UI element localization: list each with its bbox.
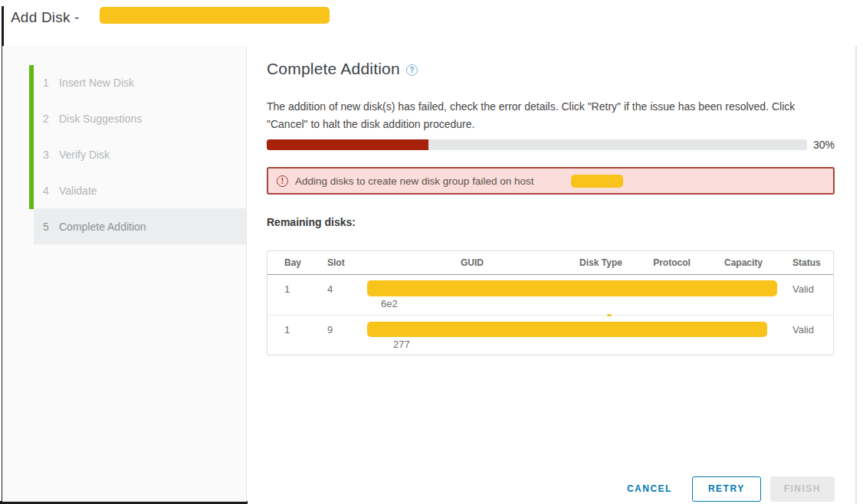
page-title: Complete Addition (267, 60, 400, 78)
step-number: 4 (43, 185, 59, 197)
col-header-disk-type: Disk Type (566, 257, 636, 268)
cell-bay: 1 (267, 275, 310, 315)
guid-tail: 6e2 (381, 298, 398, 309)
step-label: Insert New Disk (59, 77, 134, 89)
progress-row: 30% (267, 139, 835, 151)
cancel-button[interactable]: CANCEL (616, 476, 683, 502)
col-header-bay: Bay (267, 257, 310, 268)
remaining-disks-label: Remaining disks: (267, 216, 835, 228)
guid-redaction-bar (367, 322, 767, 337)
cell-status: Valid (779, 316, 835, 355)
step-number: 1 (43, 77, 59, 89)
step-validate[interactable]: 4 Validate (2, 172, 246, 208)
step-disk-suggestions[interactable]: 2 Disk Suggestions (2, 100, 246, 136)
redaction-artifact-dot (607, 314, 612, 316)
col-header-protocol: Protocol (636, 257, 707, 268)
remaining-disks-table: Bay Slot GUID Disk Type Protocol Capacit… (267, 250, 834, 355)
dialog-title-bar: Add Disk - (11, 6, 80, 29)
table-row: 1 9 Valid 277 (267, 315, 833, 355)
help-icon[interactable]: ? (406, 64, 418, 76)
add-disk-dialog: Add Disk - 1 Insert New Disk 2 Disk Sugg… (0, 0, 863, 504)
step-number: 2 (43, 113, 59, 125)
step-verify-disk[interactable]: 3 Verify Disk (2, 136, 246, 172)
error-alert: ! Adding disks to create new disk group … (267, 167, 835, 195)
col-header-guid: GUID (379, 257, 566, 268)
main-content: Complete Addition ? The addition of new … (267, 60, 835, 355)
progress-fill (267, 139, 428, 150)
col-header-status: Status (779, 257, 835, 268)
step-label: Disk Suggestions (59, 113, 142, 125)
error-icon: ! (277, 175, 288, 187)
step-label: Complete Addition (59, 221, 146, 233)
step-number: 3 (43, 149, 59, 161)
step-label: Verify Disk (59, 149, 110, 161)
guid-tail: 277 (393, 339, 410, 350)
error-message: Adding disks to create new disk group fa… (295, 175, 533, 187)
table-header-row: Bay Slot GUID Disk Type Protocol Capacit… (267, 251, 833, 275)
cell-status: Valid (779, 275, 835, 315)
failure-description: The addition of new disk(s) has failed, … (267, 98, 831, 133)
progress-percent-label: 30% (813, 139, 835, 151)
wizard-sidebar: 1 Insert New Disk 2 Disk Suggestions 3 V… (2, 46, 247, 502)
wizard-steps: 1 Insert New Disk 2 Disk Suggestions 3 V… (2, 64, 246, 244)
dialog-footer: CANCEL RETRY FINISH (267, 476, 835, 502)
step-number: 5 (43, 221, 59, 233)
dialog-title: Add Disk - (11, 9, 80, 26)
host-redaction-bar (571, 175, 623, 188)
guid-redaction-bar (367, 280, 777, 296)
step-complete-addition[interactable]: 5 Complete Addition (34, 208, 246, 244)
table-row: 1 4 Valid 6e2 (267, 275, 833, 315)
retry-button[interactable]: RETRY (692, 476, 761, 502)
cell-bay: 1 (267, 316, 310, 355)
progress-bar (267, 139, 807, 150)
step-label: Validate (59, 185, 97, 197)
step-insert-new-disk[interactable]: 1 Insert New Disk (2, 64, 246, 100)
dialog-right-border (855, 46, 857, 504)
finish-button[interactable]: FINISH (770, 476, 835, 502)
title-redaction-bar (100, 7, 330, 24)
col-header-slot: Slot (310, 257, 379, 268)
col-header-capacity: Capacity (707, 257, 779, 268)
